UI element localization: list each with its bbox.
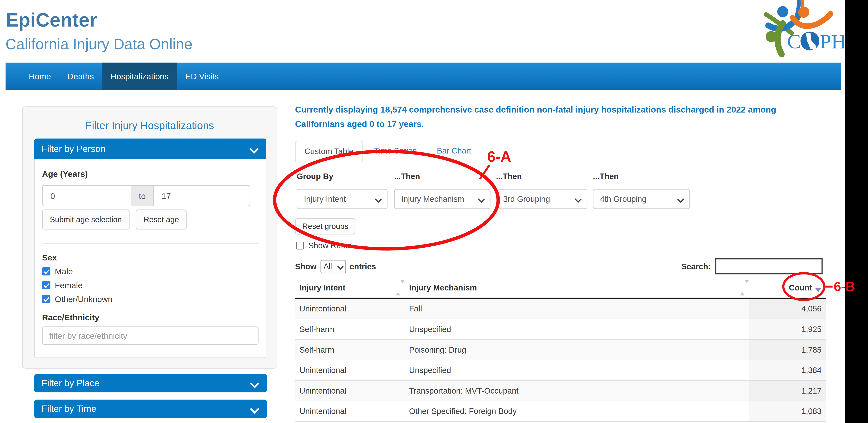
age-range-group: to: [42, 185, 258, 206]
table-cell: Self-harm: [295, 340, 405, 360]
table-cell: 1,384: [749, 360, 826, 380]
table-cell: Transportation: MVT-Occupant: [405, 380, 749, 401]
show-rates-label: Show Rates: [308, 241, 351, 250]
show-rates-checkbox[interactable]: [296, 242, 304, 249]
annotation-label-6b: 6-B: [834, 279, 855, 294]
group-by-label: Group By: [297, 172, 333, 180]
logo-letter-c: C: [787, 30, 801, 53]
table-cell: Unspecified: [405, 319, 749, 340]
then-label-1: ...Then: [394, 172, 420, 180]
entries-label: entries: [350, 262, 376, 271]
table-header-row: Injury Intent Injury Mechanism Count: [295, 277, 826, 298]
table-row: Self-harmUnspecified1,925: [295, 319, 826, 340]
then-label-3: ...Then: [593, 172, 619, 180]
table-cell: Unintentional: [295, 401, 405, 422]
tab-bar-chart[interactable]: Bar Chart: [428, 141, 480, 161]
age-to-label: to: [131, 185, 153, 206]
second-grouping-select[interactable]: Injury Mechanism: [394, 189, 491, 209]
tab-custom-table[interactable]: Custom Table: [295, 141, 363, 162]
search-input[interactable]: [715, 258, 823, 275]
summary-line-1: Currently displaying 18,574 comprehensiv…: [295, 103, 776, 117]
chevron-down-icon: [250, 379, 259, 388]
reset-age-button[interactable]: Reset age: [136, 209, 187, 229]
filter-by-place-header[interactable]: Filter by Place: [34, 374, 267, 392]
app-subtitle: California Injury Data Online: [6, 36, 192, 53]
female-checkbox[interactable]: [42, 281, 50, 289]
table-row: UnintentionalFall4,056: [295, 298, 826, 319]
logo-orange-head: [798, 7, 809, 18]
filter-by-place-label: Filter by Place: [41, 378, 99, 388]
age-from-input[interactable]: [42, 185, 131, 206]
filter-by-time-label: Filter by Time: [41, 403, 96, 414]
other-unknown-checkbox[interactable]: [42, 295, 50, 303]
divider: [42, 243, 258, 244]
table-cell: Unintentional: [295, 380, 405, 401]
checkbox-row-other: Other/Unknown: [42, 294, 258, 304]
chevron-down-icon: [337, 263, 343, 270]
third-grouping-select[interactable]: 3rd Grouping: [496, 189, 587, 209]
logo-letters-ph: PH: [820, 30, 844, 53]
sort-icon[interactable]: [396, 283, 400, 292]
filter-by-person-body: Age (Years) to Submit age selection Rese…: [34, 159, 266, 358]
column-header-count[interactable]: Count: [749, 277, 826, 298]
table-row: UnintentionalTransportation: MVT-Occupan…: [295, 380, 826, 401]
filter-panel: Filter Injury Hospitalizations Filter by…: [22, 106, 277, 369]
table-cell: Self-harm: [295, 319, 405, 340]
table-cell: Unspecified: [405, 360, 749, 380]
male-checkbox[interactable]: [42, 267, 50, 276]
filter-panel-title: Filter Injury Hospitalizations: [23, 120, 277, 132]
annotation-leader-line-6a: [480, 165, 489, 179]
logo-blue-head: [777, 6, 788, 17]
nav-item-home[interactable]: Home: [21, 63, 59, 90]
nav-item-deaths[interactable]: Deaths: [59, 63, 102, 90]
app-title: EpiCenter: [6, 9, 97, 31]
page: EpiCenter California Injury Data Online …: [0, 0, 868, 423]
annotation-label-6a: 6-A: [487, 148, 511, 166]
show-entries-control: Show All entries: [295, 260, 376, 273]
submit-age-button[interactable]: Submit age selection: [42, 209, 129, 229]
sort-icon[interactable]: [740, 283, 744, 292]
column-header-injury-intent[interactable]: Injury Intent: [295, 277, 405, 298]
then-label-2: ...Then: [496, 172, 522, 180]
check-icon: [43, 267, 50, 274]
column-header-injury-mechanism[interactable]: Injury Mechanism: [405, 277, 749, 298]
age-to-input[interactable]: [153, 185, 250, 206]
age-label: Age (Years): [42, 169, 258, 178]
tab-time-series[interactable]: Time Series: [365, 141, 426, 161]
checkbox-row-male: Male: [42, 266, 258, 276]
table-cell: 1,785: [749, 340, 826, 360]
table-controls-row: Show All entries Search:: [295, 258, 826, 276]
cdph-logo: C PH: [763, 0, 844, 60]
sex-label: Sex: [42, 253, 258, 262]
chevron-down-icon: [575, 196, 582, 203]
screenshot-black-edge: [845, 0, 868, 423]
checkbox-row-female: Female: [42, 280, 258, 290]
logo-blue-arm: [796, 0, 799, 18]
filter-by-person-header[interactable]: Filter by Person: [34, 139, 266, 159]
search-label: Search:: [681, 262, 711, 271]
table-cell: Other Specified: Foreign Body: [405, 401, 749, 422]
results-table: Injury Intent Injury Mechanism Count Uni…: [295, 277, 826, 422]
logo-green-head: [766, 31, 777, 42]
table-row: Self-harmPoisoning: Drug1,785: [295, 340, 826, 360]
table-cell: 4,056: [749, 298, 826, 319]
group-by-select[interactable]: Injury Intent: [297, 189, 388, 209]
filter-by-time-header[interactable]: Filter by Time: [34, 399, 267, 418]
race-ethnicity-label: Race/Ethnicity: [42, 313, 258, 322]
fourth-grouping-select[interactable]: 4th Grouping: [593, 189, 690, 209]
nav-item-hospitalizations[interactable]: Hospitalizations: [102, 63, 177, 90]
nav-item-ed-visits[interactable]: ED Visits: [177, 63, 227, 90]
reset-groups-button[interactable]: Reset groups: [295, 218, 355, 234]
view-tabs: Custom Table Time Series Bar Chart: [295, 140, 841, 161]
female-label: Female: [55, 280, 83, 290]
chevron-down-icon: [249, 144, 259, 154]
check-icon: [43, 295, 50, 302]
show-label: Show: [295, 262, 316, 271]
table-cell: Fall: [405, 298, 749, 319]
page-size-select[interactable]: All: [320, 260, 346, 273]
show-rates-row: Show Rates: [296, 241, 352, 250]
other-unknown-label: Other/Unknown: [55, 294, 113, 304]
race-ethnicity-input[interactable]: [42, 327, 258, 345]
sort-desc-icon: [815, 287, 822, 292]
main-navbar: Home Deaths Hospitalizations ED Visits: [6, 63, 841, 90]
